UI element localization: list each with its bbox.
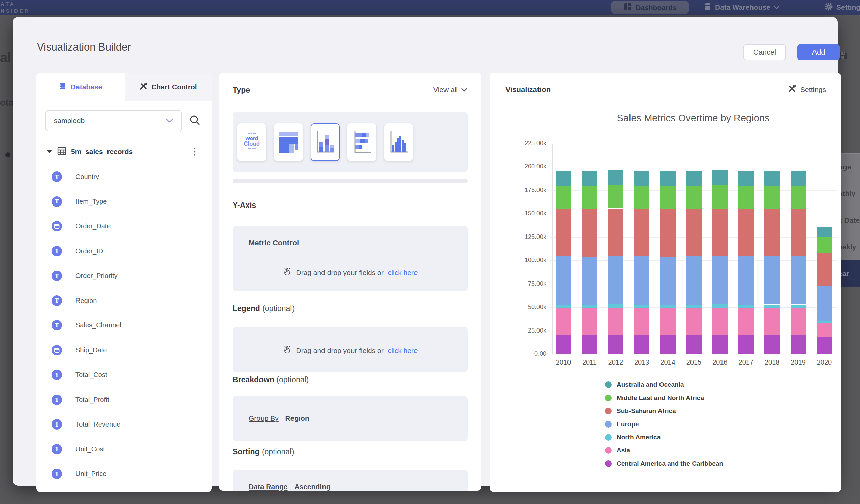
- bar-segment[interactable]: [556, 209, 571, 256]
- legend-dropzone[interactable]: Drag and drop your fields or click here: [232, 327, 468, 372]
- legend-item[interactable]: North America: [605, 431, 723, 444]
- bar-segment[interactable]: [817, 237, 832, 253]
- bar-segment[interactable]: [608, 170, 624, 185]
- bar-segment[interactable]: [764, 307, 780, 335]
- bar-segment[interactable]: [712, 335, 728, 354]
- field-row-unit_cost[interactable]: 1Unit_Cost: [37, 437, 212, 462]
- bar-segment[interactable]: [608, 256, 624, 304]
- bar-segment[interactable]: [686, 209, 702, 256]
- bar-segment[interactable]: [712, 256, 728, 304]
- legend-item[interactable]: Middle East and North Africa: [605, 391, 723, 404]
- chart-type-card-treemap[interactable]: [274, 123, 303, 161]
- chart-type-card-stacked-column[interactable]: [311, 123, 340, 161]
- bar-segment[interactable]: [660, 257, 676, 305]
- kebab-menu-icon[interactable]: ⋮: [190, 148, 200, 155]
- bar-segment[interactable]: [764, 186, 780, 209]
- bar-segment[interactable]: [686, 335, 702, 354]
- legend-item[interactable]: Sub-Saharan Africa: [605, 404, 723, 417]
- database-select[interactable]: sampledb: [45, 110, 182, 131]
- bar-segment[interactable]: [712, 185, 728, 208]
- bar-segment[interactable]: [582, 257, 597, 305]
- bar-segment[interactable]: [791, 335, 806, 354]
- bar-segment[interactable]: [582, 305, 597, 307]
- group-by-value[interactable]: Region: [285, 414, 309, 422]
- bar-segment[interactable]: [660, 209, 676, 257]
- chart-settings-button[interactable]: Settings: [788, 84, 826, 95]
- bar-segment[interactable]: [739, 256, 754, 305]
- legend-item[interactable]: Europe: [605, 417, 723, 431]
- bar-segment[interactable]: [634, 308, 649, 335]
- tab-chart-control[interactable]: Chart Control: [125, 73, 212, 101]
- field-row-order_date[interactable]: Order_Date: [37, 214, 212, 239]
- bar-segment[interactable]: [608, 307, 624, 335]
- nav-data-warehouse[interactable]: Data Warehouse: [704, 0, 780, 15]
- field-row-total_cost[interactable]: 1Total_Cost: [37, 362, 212, 387]
- bar-segment[interactable]: [660, 335, 676, 354]
- nav-dashboards[interactable]: Dashboards: [611, 1, 689, 14]
- search-button[interactable]: [189, 114, 202, 127]
- bar-segment[interactable]: [634, 171, 649, 186]
- bar-segment[interactable]: [608, 304, 624, 307]
- bar-segment[interactable]: [634, 305, 649, 307]
- bar-segment[interactable]: [608, 185, 624, 208]
- bar-segment[interactable]: [791, 171, 806, 186]
- bar-segment[interactable]: [764, 335, 780, 354]
- field-row-unit_price[interactable]: 1Unit_Price: [37, 462, 212, 487]
- bar-segment[interactable]: [686, 171, 702, 186]
- field-row-total_profit[interactable]: 1Total_Profit: [37, 387, 212, 412]
- bar-segment[interactable]: [556, 186, 571, 209]
- bar-segment[interactable]: [712, 307, 728, 335]
- bar-segment[interactable]: [686, 305, 702, 307]
- tab-database[interactable]: Database: [37, 73, 125, 101]
- bar-segment[interactable]: [556, 308, 571, 335]
- field-row-country[interactable]: TCountry: [37, 164, 212, 189]
- sorting-dropzone[interactable]: Data Range Ascending: [232, 470, 468, 491]
- bar-segment[interactable]: [712, 304, 728, 307]
- bar-segment[interactable]: [739, 335, 754, 354]
- field-row-sales_channel[interactable]: TSales_Channel: [37, 313, 212, 338]
- bar-segment[interactable]: [582, 335, 597, 354]
- nav-settings[interactable]: Settings: [824, 0, 860, 15]
- bar-segment[interactable]: [764, 171, 780, 186]
- bar-segment[interactable]: [739, 186, 754, 209]
- bar-segment[interactable]: [660, 308, 676, 335]
- field-row-item_type[interactable]: TItem_Type: [37, 189, 212, 214]
- chart-type-card-word-cloud[interactable]: Word Cloud: [237, 123, 266, 161]
- bar-segment[interactable]: [582, 186, 597, 209]
- bar-segment[interactable]: [817, 321, 832, 323]
- bar-segment[interactable]: [608, 208, 624, 256]
- bar-segment[interactable]: [739, 209, 754, 257]
- bar-segment[interactable]: [582, 171, 597, 186]
- bar-segment[interactable]: [817, 336, 832, 354]
- bar-segment[interactable]: [791, 256, 806, 304]
- bar-segment[interactable]: [634, 209, 649, 256]
- bar-segment[interactable]: [791, 307, 806, 335]
- bar-segment[interactable]: [686, 256, 702, 305]
- bar-segment[interactable]: [817, 227, 832, 237]
- bar-segment[interactable]: [739, 308, 754, 335]
- cancel-button[interactable]: Cancel: [743, 44, 786, 60]
- chart-type-card-histogram[interactable]: [384, 123, 413, 161]
- bar-segment[interactable]: [582, 308, 597, 335]
- bar-segment[interactable]: [712, 171, 728, 185]
- bar-segment[interactable]: [817, 323, 832, 336]
- click-here-link[interactable]: click here: [388, 269, 418, 277]
- view-all-button[interactable]: View all: [433, 86, 468, 93]
- bar-segment[interactable]: [764, 256, 780, 305]
- bar-segment[interactable]: [791, 305, 806, 307]
- bar-segment[interactable]: [764, 305, 780, 308]
- bar-segment[interactable]: [739, 305, 754, 307]
- table-tree-row[interactable]: 5m_sales_records ⋮: [37, 144, 212, 159]
- bar-segment[interactable]: [686, 307, 702, 335]
- bar-segment[interactable]: [556, 305, 571, 308]
- bar-segment[interactable]: [660, 172, 676, 186]
- breakdown-dropzone[interactable]: Group By Region: [232, 396, 468, 441]
- chart-type-card-stacked-bar[interactable]: [347, 123, 376, 161]
- bar-segment[interactable]: [556, 335, 571, 354]
- bar-segment[interactable]: [712, 208, 728, 256]
- field-row-order_id[interactable]: 1Order_ID: [37, 239, 212, 264]
- field-row-order_priority[interactable]: TOrder_Priority: [37, 263, 212, 288]
- bar-segment[interactable]: [660, 305, 676, 308]
- bar-segment[interactable]: [608, 335, 624, 354]
- bar-segment[interactable]: [686, 186, 702, 209]
